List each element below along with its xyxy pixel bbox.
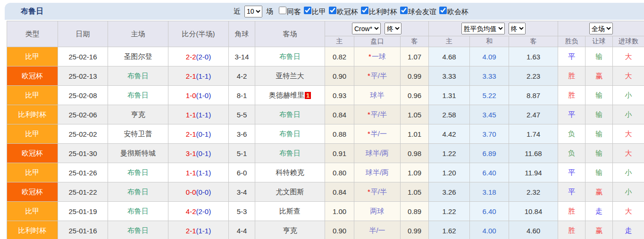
avg-draw-cell: 6.89: [470, 144, 509, 163]
filter-same-venue-checkbox[interactable]: [279, 7, 286, 14]
handicap-cell: 球半: [354, 86, 401, 105]
home-team-cell: 安特卫普: [108, 124, 168, 144]
handicap-result-cell: 输: [585, 105, 613, 124]
halftime-score: (0-1): [196, 130, 211, 138]
filter-belgian-cup-label: 比利时杯: [369, 8, 397, 16]
filter-controls: 近 10 场 同客比甲欧冠杯比利时杯球会友谊欧会杯: [180, 6, 468, 17]
away-team-link[interactable]: 亚特兰大: [276, 72, 304, 80]
corners-cell: 5-3: [229, 202, 255, 221]
away-team-link[interactable]: 尤文图斯: [276, 188, 304, 196]
odds-home-cell: 0.82: [325, 47, 354, 66]
home-team-link[interactable]: 安特卫普: [124, 130, 152, 138]
fulltime-score: 4-2: [186, 207, 196, 215]
odds-time-select[interactable]: 终: [385, 23, 401, 34]
subcol-handicap-result: 让球: [585, 36, 613, 47]
match-type-badge: 比甲: [7, 86, 58, 105]
away-team-cell: 亚特兰大: [255, 66, 325, 86]
handicap-text: 球半: [370, 91, 385, 99]
fulltime-score: 1-1: [186, 169, 196, 177]
match-type-badge: 比利时杯: [7, 105, 58, 124]
avg-away-cell: 2.32: [509, 182, 558, 202]
away-team-link[interactable]: 亨克: [283, 226, 297, 234]
halftime-score: (1-1): [196, 111, 211, 119]
away-team-link[interactable]: 布鲁日: [279, 52, 301, 60]
home-team-link[interactable]: 亨克: [131, 110, 145, 118]
filter-champions-league-checkbox[interactable]: [329, 7, 336, 14]
handicap-star: *: [368, 110, 370, 118]
corners-cell: 4-4: [229, 221, 255, 239]
fulltime-score: 2-1: [186, 72, 196, 80]
handicap-text: 半/一: [371, 130, 387, 138]
fulltime-score: 1-1: [186, 111, 196, 119]
wdl-result-cell: 平: [558, 182, 585, 202]
avg-away-cell: 10.84: [509, 202, 558, 221]
away-team-cell: 布鲁日: [255, 144, 325, 163]
period-select[interactable]: 全场: [589, 23, 613, 34]
filter-jupiler-league-checkbox[interactable]: [304, 7, 311, 14]
home-team-link[interactable]: 布鲁日: [127, 72, 149, 80]
filter-jupiler-league-label: 比甲: [312, 8, 326, 16]
home-team-link[interactable]: 圣图尔登: [124, 52, 152, 60]
home-team-link[interactable]: 布鲁日: [127, 207, 149, 215]
corners-cell: 5-5: [229, 105, 255, 124]
handicap-result-cell: 输: [585, 163, 613, 182]
avg-draw-cell: 4.09: [470, 47, 509, 66]
odds-home-cell: 0.84: [325, 105, 354, 124]
table-row: 比甲25-01-26布鲁日1-1(1-1)6-0科特赖克0.80球半/两1.09…: [7, 163, 644, 182]
avg-away-cell: 11.68: [509, 144, 558, 163]
odds-home-cell: 0.84: [325, 182, 354, 202]
away-team-cell: 亨克: [255, 221, 325, 239]
subcol-goals: 进球数: [613, 36, 644, 47]
wdl-result-cell: 胜: [558, 221, 585, 239]
goals-result-cell: 大: [613, 124, 644, 144]
home-team-link[interactable]: 布鲁日: [127, 188, 149, 196]
filter-conference-league-checkbox[interactable]: [439, 7, 447, 14]
filter-club-friendly-checkbox[interactable]: [400, 7, 408, 14]
odds-company-select[interactable]: Crow*: [352, 23, 381, 34]
home-team-link[interactable]: 布鲁日: [127, 91, 149, 99]
fulltime-score: 2-1: [186, 227, 196, 235]
away-team-link[interactable]: 科特赖克: [276, 168, 304, 176]
handicap-cell: 球半/两: [354, 163, 401, 182]
match-type-badge: 比甲: [7, 124, 58, 144]
table-row: 比甲25-01-19布鲁日4-2(2-0)5-3比斯查1.00两球0.891.2…: [7, 202, 644, 221]
avg-time-select[interactable]: 终: [509, 23, 526, 34]
handicap-result-cell: 输: [585, 144, 613, 163]
avg-away-cell: 11.94: [509, 163, 558, 182]
fulltime-score: 3-1: [186, 149, 196, 157]
away-team-link[interactable]: 布鲁日: [279, 149, 301, 157]
subcol-wdl: 胜负: [558, 36, 585, 47]
away-team-link[interactable]: 奥德赫维里: [269, 91, 304, 99]
home-team-link[interactable]: 布鲁日: [127, 226, 149, 234]
filter-belgian-cup-checkbox[interactable]: [361, 7, 368, 14]
avg-header: 胜平负均值 终: [429, 21, 558, 36]
avg-type-select[interactable]: 胜平负均值: [461, 23, 505, 34]
avg-home-cell: 3.26: [429, 182, 470, 202]
match-type-badge: 比甲: [7, 202, 58, 221]
halftime-score: (2-0): [196, 207, 211, 215]
halftime-score: (0-1): [196, 149, 211, 157]
subcol-avg-draw: 和: [470, 36, 509, 47]
goals-result-cell: 小: [613, 86, 644, 105]
subcol-odds-home: 主: [325, 36, 354, 47]
away-team-cell: 布鲁日: [255, 124, 325, 144]
handicap-cell: *半/一: [354, 124, 401, 144]
corners-cell: 3-14: [229, 47, 255, 66]
home-team-link[interactable]: 布鲁日: [127, 168, 149, 176]
avg-away-cell: 1.74: [509, 124, 558, 144]
subcol-avg-home: 主: [429, 36, 470, 47]
filter-club-friendly-label: 球会友谊: [408, 8, 436, 16]
home-team-cell: 布鲁日: [108, 202, 168, 221]
avg-draw-cell: 4.00: [470, 221, 509, 239]
fulltime-score: 2-1: [186, 130, 196, 138]
recent-count-select[interactable]: 10: [244, 6, 262, 17]
away-team-link[interactable]: 布鲁日: [279, 110, 301, 118]
match-date: 25-02-08: [58, 86, 108, 105]
away-team-link[interactable]: 布鲁日: [279, 130, 301, 138]
halftime-score: (2-0): [196, 53, 211, 61]
score-cell: 2-1(1-1): [168, 221, 229, 239]
home-team-link[interactable]: 曼彻斯特城: [120, 149, 156, 157]
away-team-link[interactable]: 比斯查: [279, 207, 301, 215]
match-date: 25-01-22: [58, 182, 108, 202]
filter-same-venue-label: 同客: [287, 8, 301, 16]
